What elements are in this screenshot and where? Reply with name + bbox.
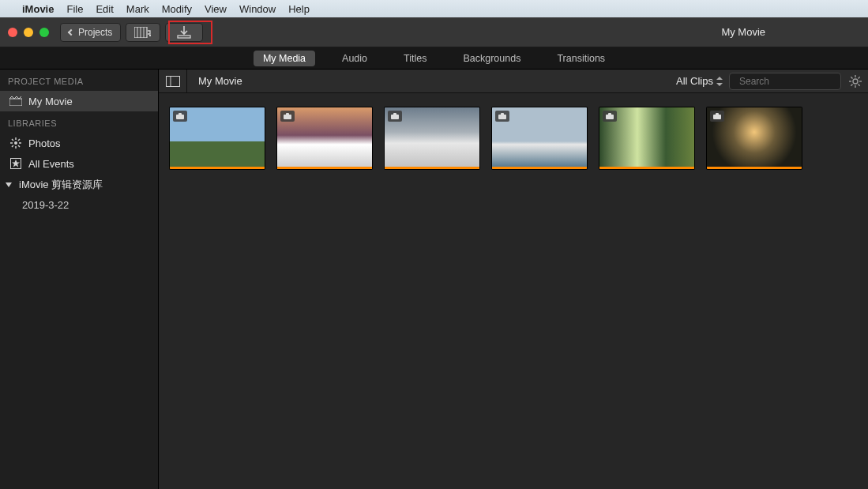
camera-badge-icon [710,111,724,122]
gear-icon [849,75,862,88]
menubar-item-view[interactable]: View [205,3,227,15]
svg-rect-37 [393,113,396,115]
star-icon [9,157,22,170]
clip-usage-strip [707,167,802,169]
svg-line-13 [18,145,20,147]
menubar-item-mark[interactable]: Mark [126,3,149,15]
sidebar-project-label: My Movie [28,96,73,107]
browser-header: My Movie All Clips [159,70,868,93]
svg-rect-6 [9,99,22,106]
browser-settings-button[interactable] [846,72,865,91]
import-down-arrow-icon [177,26,191,39]
svg-rect-4 [178,36,190,38]
window-toolbar: Projects My Movie [0,17,868,47]
sidebar-section-project-media: PROJECT MEDIA [0,70,158,91]
search-input[interactable] [739,76,858,87]
svg-rect-39 [501,113,504,115]
clip-grid [159,93,868,183]
svg-rect-43 [716,113,719,115]
svg-marker-17 [12,160,20,167]
clip-usage-strip [599,167,694,169]
svg-line-30 [859,77,860,78]
filmstrip-icon [134,27,152,38]
tab-transitions[interactable]: Transitions [547,51,614,66]
clip-filter-label: All Clips [676,75,713,87]
sidebar-section-libraries: LIBRARIES [0,111,158,133]
projects-label: Projects [78,27,112,38]
svg-line-28 [851,77,852,78]
svg-line-15 [12,145,13,147]
clip-usage-strip [385,167,479,169]
disclosure-triangle-icon[interactable] [5,181,13,189]
svg-point-7 [14,141,17,145]
camera-badge-icon [495,111,509,122]
menubar-item-edit[interactable]: Edit [96,3,113,15]
sidebar-item-photos[interactable]: Photos [0,133,158,153]
sidebar: PROJECT MEDIA My Movie LIBRARIES Photos … [0,70,159,489]
media-library-toggle-button[interactable] [126,23,160,42]
camera-badge-icon [388,111,402,122]
sidebar-panel-icon [166,76,180,87]
sidebar-item-project[interactable]: My Movie [0,91,158,111]
clip-thumbnail[interactable] [385,107,479,169]
svg-line-14 [18,139,20,141]
menubar-item-file[interactable]: File [66,3,83,15]
sidebar-item-all-events[interactable]: All Events [0,153,158,174]
sidebar-toggle-button[interactable] [159,70,187,92]
up-down-chevron-icon [716,77,723,86]
window-traffic-lights [8,28,49,37]
clip-thumbnail[interactable] [707,107,802,169]
clip-usage-strip [170,167,265,169]
menubar-item-modify[interactable]: Modify [162,3,192,15]
clip-usage-strip [277,167,372,169]
camera-badge-icon [280,111,295,122]
svg-point-23 [853,79,858,84]
chevron-left-icon [68,28,74,35]
clip-thumbnail[interactable] [170,107,265,169]
media-browser: My Movie All Clips [159,70,868,489]
svg-rect-19 [166,76,179,86]
clip-filter-dropdown[interactable]: All Clips [676,75,723,87]
close-window-button[interactable] [8,28,17,37]
tab-my-media[interactable]: My Media [254,51,315,66]
menubar-item-help[interactable]: Help [288,3,310,15]
sidebar-all-events-label: All Events [28,158,74,170]
clip-thumbnail[interactable] [492,107,587,169]
sidebar-library-label: iMovie 剪辑资源库 [19,178,103,192]
svg-line-29 [859,84,860,85]
svg-line-31 [851,84,852,85]
svg-marker-18 [6,182,12,187]
minimize-window-button[interactable] [24,28,33,37]
camera-badge-icon [173,111,187,122]
sidebar-photos-label: Photos [28,137,60,149]
clip-usage-strip [492,167,587,169]
import-media-button[interactable] [165,23,203,42]
projects-back-button[interactable]: Projects [60,23,121,42]
svg-rect-35 [286,113,289,115]
zoom-window-button[interactable] [39,28,49,37]
clip-thumbnail[interactable] [599,107,694,169]
search-field[interactable] [729,73,841,90]
camera-badge-icon [603,111,617,122]
sidebar-item-event[interactable]: 2019-3-22 [0,196,158,214]
svg-line-12 [12,139,13,141]
clapperboard-icon [9,95,22,107]
menubar-app-name[interactable]: iMovie [22,3,54,15]
menubar-item-window[interactable]: Window [239,3,276,15]
sidebar-event-label: 2019-3-22 [22,199,69,211]
svg-rect-41 [608,113,611,115]
clip-thumbnail[interactable] [277,107,372,169]
tab-audio[interactable]: Audio [333,51,377,66]
browser-breadcrumb[interactable]: My Movie [187,75,676,87]
svg-rect-33 [178,113,182,115]
window-title: My Movie [721,26,765,38]
sidebar-item-library[interactable]: iMovie 剪辑资源库 [0,174,158,196]
browser-tabs: My Media Audio Titles Backgrounds Transi… [0,47,868,70]
flower-icon [9,137,22,149]
tab-titles[interactable]: Titles [394,51,436,66]
tab-backgrounds[interactable]: Backgrounds [453,51,530,66]
mac-menubar: iMovie File Edit Mark Modify View Window… [0,0,868,17]
